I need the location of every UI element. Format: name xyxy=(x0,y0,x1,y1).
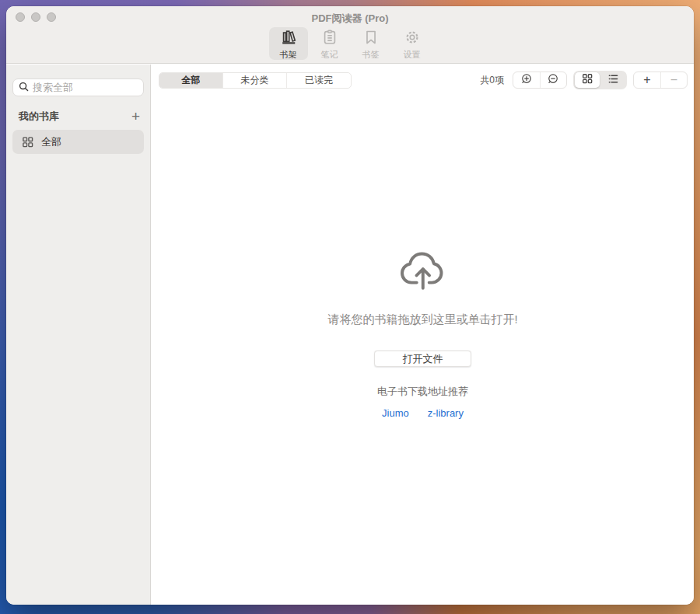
link-jiumo[interactable]: Jiumo xyxy=(382,407,409,419)
filter-tabs: 全部 未分类 已读完 xyxy=(159,72,352,89)
window-title: PDF阅读器 (Pro) xyxy=(6,12,694,26)
view-mode-control xyxy=(573,71,627,89)
tab-all[interactable]: 全部 xyxy=(159,73,223,88)
library-section-header: 我的书库 + xyxy=(19,108,142,125)
toolbar-label-bookmarks: 书签 xyxy=(362,51,380,59)
grid-view-icon xyxy=(582,73,593,87)
empty-state-message: 请将您的书籍拖放到这里或单击打开! xyxy=(327,312,517,327)
bookmark-icon xyxy=(362,29,380,49)
toolbar-label-bookshelf: 书架 xyxy=(280,51,297,59)
item-count: 共0项 xyxy=(480,74,504,87)
list-view-icon xyxy=(607,73,619,88)
download-links: Jiumo z-library xyxy=(382,407,464,419)
controls-row: 全部 未分类 已读完 共0项 xyxy=(159,71,688,89)
grid-icon xyxy=(22,136,33,148)
search-icon xyxy=(19,81,29,95)
add-book-button[interactable]: + xyxy=(634,72,660,88)
link-zlibrary[interactable]: z-library xyxy=(428,407,464,419)
toolbar-item-notes[interactable]: 笔记 xyxy=(310,27,349,60)
list-view-button[interactable] xyxy=(600,72,625,88)
toolbar-label-notes: 笔记 xyxy=(321,51,338,59)
bookshelf-icon xyxy=(280,29,297,49)
toolbar-label-settings: 设置 xyxy=(404,51,421,59)
main-content: 全部 未分类 已读完 共0项 xyxy=(152,65,694,605)
zoom-out-icon xyxy=(548,73,559,88)
window-chrome: PDF阅读器 (Pro) 书架 xyxy=(6,6,694,64)
open-file-button[interactable]: 打开文件 xyxy=(374,351,471,367)
tab-finished[interactable]: 已读完 xyxy=(287,73,351,88)
empty-state: 请将您的书籍拖放到这里或单击打开! 打开文件 电子书下载地址推荐 Jiumo z… xyxy=(152,242,694,419)
minus-icon: − xyxy=(670,74,677,86)
cloud-upload-icon[interactable] xyxy=(397,242,449,296)
settings-gear-icon xyxy=(404,29,421,49)
plus-icon: + xyxy=(643,74,650,86)
toolbar-item-settings[interactable]: 设置 xyxy=(393,27,432,60)
zoom-out-button[interactable] xyxy=(540,72,566,88)
notes-icon xyxy=(321,29,338,49)
right-controls: 共0项 xyxy=(480,71,688,89)
add-remove-group: + − xyxy=(633,72,688,89)
search-box[interactable] xyxy=(12,78,144,96)
sidebar-item-label: 全部 xyxy=(41,135,61,149)
toolbar-item-bookmarks[interactable]: 书签 xyxy=(352,27,390,60)
library-section-title: 我的书库 xyxy=(19,110,59,124)
zoom-in-button[interactable] xyxy=(513,72,540,88)
add-library-button[interactable]: + xyxy=(130,110,142,124)
toolbar-item-bookshelf[interactable]: 书架 xyxy=(269,27,308,60)
zoom-control-group xyxy=(513,72,567,89)
main-toolbar: 书架 笔记 书签 xyxy=(6,27,694,60)
sidebar-item-all[interactable]: 全部 xyxy=(12,130,144,154)
remove-book-button[interactable]: − xyxy=(660,72,687,88)
sidebar: 我的书库 + 全部 xyxy=(6,65,151,605)
app-window: PDF阅读器 (Pro) 书架 xyxy=(6,6,694,605)
search-input[interactable] xyxy=(33,82,138,93)
recommend-title: 电子书下载地址推荐 xyxy=(377,385,468,399)
zoom-in-icon xyxy=(521,73,533,88)
tab-uncategorized[interactable]: 未分类 xyxy=(223,73,287,88)
grid-view-button[interactable] xyxy=(575,72,600,88)
